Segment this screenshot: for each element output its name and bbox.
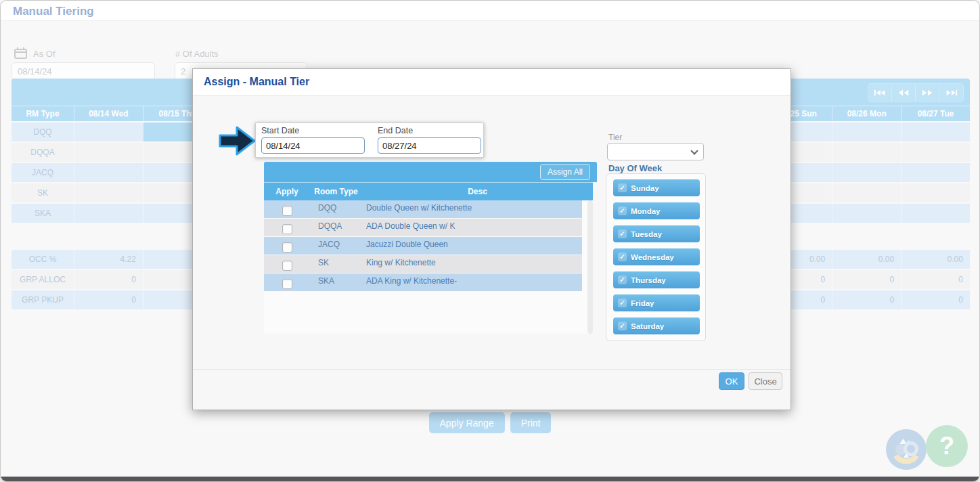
app-window: Manual Tiering As Of # Of Adults 2 (0, 0, 980, 482)
end-date-input[interactable] (378, 137, 481, 154)
room-type-table: Assign All Apply Room Type Desc DQQDoubl… (264, 162, 597, 334)
end-date-label: End Date (378, 126, 481, 135)
day-button-label: Wednesday (631, 253, 674, 261)
room-table-row: DQQDouble Queen w/ Kitchenette (264, 200, 582, 219)
apply-checkbox[interactable] (282, 279, 292, 289)
room-desc-cell: Double Queen w/ Kitchenette (362, 200, 582, 218)
day-button-label: Saturday (631, 322, 664, 330)
room-desc-cell: ADA Double Queen w/ K (362, 219, 582, 236)
apply-cell (264, 237, 310, 255)
chevron-down-icon (690, 147, 698, 154)
day-button-label: Monday (631, 207, 660, 215)
day-of-week-group: ✓Sunday✓Monday✓Tuesday✓Wednesday✓Thursda… (606, 173, 706, 341)
day-button-saturday[interactable]: ✓Saturday (613, 317, 700, 334)
day-button-tuesday[interactable]: ✓Tuesday (613, 225, 700, 242)
assign-all-button[interactable]: Assign All (540, 164, 590, 180)
check-icon: ✓ (618, 276, 627, 284)
room-desc-cell: Jacuzzi Double Queen (362, 237, 582, 255)
room-table-body: DQQDouble Queen w/ KitchenetteDQQAADA Do… (264, 200, 593, 334)
apply-checkbox[interactable] (282, 206, 292, 216)
room-table-row: SKAADA King w/ Kitchenette- (264, 273, 582, 292)
room-table-row: JACQJacuzzi Double Queen (264, 237, 582, 255)
day-button-sunday[interactable]: ✓Sunday (613, 179, 700, 196)
assign-manual-tier-dialog: Assign - Manual Tier Start Date End Date… (192, 68, 791, 410)
room-type-cell: DQQ (310, 200, 362, 218)
day-button-label: Friday (631, 299, 654, 307)
room-table-row: DQQAADA Double Queen w/ K (264, 219, 582, 237)
room-table-empty-area (264, 292, 593, 334)
close-button[interactable]: Close (749, 372, 782, 390)
day-button-thursday[interactable]: ✓Thursday (613, 271, 700, 288)
start-date-label: Start Date (261, 126, 365, 135)
day-button-label: Sunday (631, 184, 659, 192)
check-icon: ✓ (618, 322, 627, 330)
column-header-desc: Desc (362, 183, 593, 200)
day-button-friday[interactable]: ✓Friday (613, 294, 700, 311)
room-desc-cell: ADA King w/ Kitchenette- (362, 273, 582, 291)
check-icon: ✓ (618, 229, 627, 238)
apply-cell (264, 255, 310, 273)
check-icon: ✓ (618, 183, 627, 192)
room-table-row: SKKing w/ Kitchenette (264, 255, 582, 273)
dialog-footer: OK Close (193, 369, 790, 411)
tier-label: Tier (608, 133, 622, 142)
room-type-cell: JACQ (310, 237, 362, 255)
room-type-cell: SK (310, 255, 362, 273)
column-header-room-type: Room Type (310, 183, 362, 200)
day-button-monday[interactable]: ✓Monday (613, 202, 700, 219)
column-header-apply: Apply (264, 183, 310, 200)
apply-checkbox[interactable] (282, 261, 292, 271)
room-table-toolbar: Assign All (264, 162, 597, 182)
date-range-spotlight: Start Date End Date (255, 123, 484, 158)
room-desc-cell: King w/ Kitchenette (362, 255, 582, 273)
window-bottom-edge (1, 477, 979, 481)
room-type-cell: DQQA (310, 219, 362, 236)
day-button-label: Tuesday (631, 230, 662, 238)
dialog-title: Assign - Manual Tier (193, 69, 790, 96)
check-icon: ✓ (618, 253, 627, 261)
apply-cell (264, 219, 310, 236)
apply-checkbox[interactable] (282, 224, 292, 234)
check-icon: ✓ (618, 206, 627, 215)
apply-cell (264, 273, 310, 291)
day-of-week-label: Day Of Week (608, 163, 662, 173)
day-button-label: Thursday (631, 276, 666, 284)
day-button-wednesday[interactable]: ✓Wednesday (613, 248, 700, 265)
tier-select[interactable] (607, 143, 704, 160)
ok-button[interactable]: OK (719, 372, 744, 390)
apply-checkbox[interactable] (282, 242, 292, 253)
check-icon: ✓ (618, 299, 627, 307)
apply-cell (264, 200, 310, 218)
start-date-input[interactable] (261, 137, 365, 154)
room-type-cell: SKA (310, 273, 362, 291)
pointer-arrow-icon (219, 125, 257, 157)
room-table-header: Apply Room Type Desc (264, 182, 593, 200)
